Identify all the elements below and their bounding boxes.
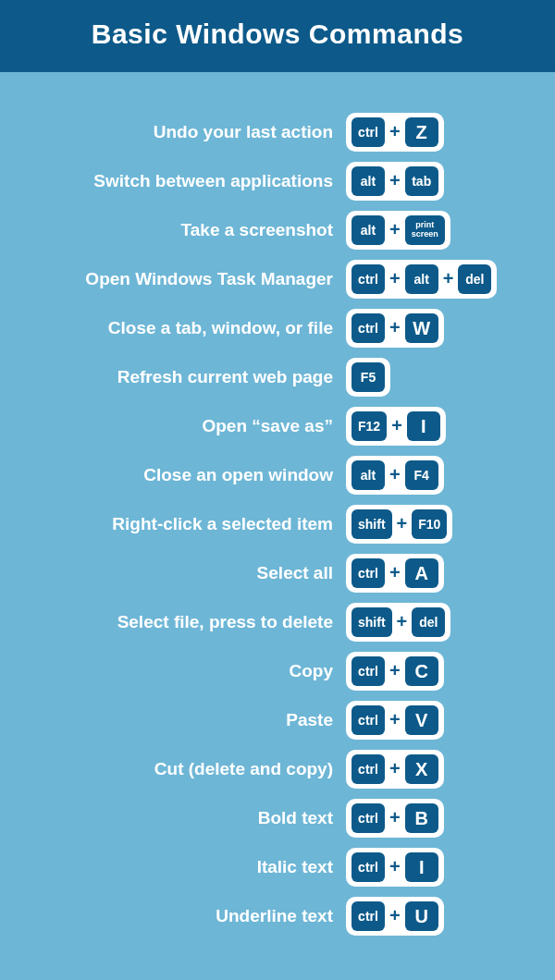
- plus-icon: +: [385, 709, 405, 730]
- header: Basic Windows Commands: [0, 0, 555, 72]
- shortcut-row: Select allctrl+A: [0, 548, 555, 597]
- keycap: del: [458, 264, 491, 294]
- keycap: tab: [405, 166, 438, 196]
- plus-icon: +: [392, 513, 413, 534]
- shortcut-label: Switch between applications: [0, 171, 346, 191]
- keycap: alt: [352, 215, 385, 245]
- shortcut-label: Select all: [0, 563, 346, 583]
- shortcut-row: Open Windows Task Managerctrl+alt+del: [0, 254, 555, 303]
- plus-icon: +: [385, 562, 405, 583]
- keycap: ctrl: [352, 754, 385, 784]
- shortcut-row: Copyctrl+C: [0, 646, 555, 695]
- shortcut-row: Switch between applicationsalt+tab: [0, 156, 555, 205]
- shortcut-label: Select file, press to delete: [0, 612, 346, 632]
- keycap: ctrl: [352, 705, 385, 735]
- plus-icon: +: [438, 268, 459, 289]
- shortcut-row: Right-click a selected itemshift+F10: [0, 499, 555, 548]
- shortcut-row: Pastectrl+V: [0, 695, 555, 744]
- shortcut-row: Cut (delete and copy)ctrl+X: [0, 744, 555, 793]
- shortcut-label: Open Windows Task Manager: [0, 269, 346, 289]
- keycap: ctrl: [352, 117, 385, 147]
- key-combo: ctrl+B: [346, 799, 444, 838]
- shortcut-row: Refresh current web pageF5: [0, 352, 555, 401]
- keycap: print screen: [405, 215, 445, 245]
- plus-icon: +: [385, 660, 405, 681]
- keycap: ctrl: [352, 313, 385, 343]
- plus-icon: +: [385, 758, 405, 779]
- key-combo: ctrl+Z: [346, 113, 444, 152]
- keycap: W: [405, 313, 438, 343]
- keycap: ctrl: [352, 558, 385, 588]
- keycap: ctrl: [352, 803, 385, 833]
- keycap: del: [412, 607, 445, 637]
- keycap: I: [407, 411, 440, 441]
- keycap: I: [405, 852, 438, 882]
- keycap: alt: [405, 264, 438, 294]
- shortcut-label: Take a screenshot: [0, 220, 346, 240]
- shortcut-row: Underline textctrl+U: [0, 891, 555, 940]
- shortcut-row: Close a tab, window, or filectrl+W: [0, 303, 555, 352]
- shortcut-row: Take a screenshotalt+print screen: [0, 205, 555, 254]
- keycap: U: [405, 901, 438, 931]
- shortcut-label: Italic text: [0, 857, 346, 877]
- keycap: Z: [405, 117, 438, 147]
- key-combo: alt+print screen: [346, 211, 450, 250]
- plus-icon: +: [385, 905, 405, 926]
- key-combo: ctrl+W: [346, 309, 444, 348]
- plus-icon: +: [385, 170, 405, 191]
- keycap: C: [405, 656, 438, 686]
- key-combo: alt+tab: [346, 162, 444, 201]
- shortcut-label: Refresh current web page: [0, 367, 346, 387]
- plus-icon: +: [385, 317, 405, 338]
- keycap: ctrl: [352, 656, 385, 686]
- shortcut-row: Undo your last actionctrl+Z: [0, 107, 555, 156]
- keycap: ctrl: [352, 852, 385, 882]
- shortcut-label: Open “save as”: [0, 416, 346, 436]
- shortcut-label: Paste: [0, 710, 346, 730]
- keycap: ctrl: [352, 264, 385, 294]
- plus-icon: +: [392, 611, 413, 632]
- shortcut-list: Undo your last actionctrl+ZSwitch betwee…: [0, 72, 555, 940]
- plus-icon: +: [387, 415, 407, 436]
- keycap: X: [405, 754, 438, 784]
- keycap: F12: [352, 411, 387, 441]
- shortcut-label: Bold text: [0, 808, 346, 828]
- shortcut-label: Undo your last action: [0, 122, 346, 142]
- key-combo: ctrl+X: [346, 750, 444, 789]
- key-combo: ctrl+A: [346, 554, 444, 593]
- keycap: F4: [405, 460, 438, 490]
- plus-icon: +: [385, 464, 405, 485]
- key-combo: ctrl+C: [346, 652, 444, 691]
- shortcut-label: Close an open window: [0, 465, 346, 485]
- keycap: F5: [352, 362, 385, 392]
- shortcut-row: Open “save as”F12+I: [0, 401, 555, 450]
- keycap: ctrl: [352, 901, 385, 931]
- keycap: A: [405, 558, 438, 588]
- plus-icon: +: [385, 807, 405, 828]
- plus-icon: +: [385, 121, 405, 142]
- key-combo: F12+I: [346, 407, 446, 446]
- keycap: shift: [352, 509, 392, 539]
- plus-icon: +: [385, 219, 405, 240]
- keycap: F10: [412, 509, 447, 539]
- shortcut-label: Copy: [0, 661, 346, 681]
- shortcut-row: Italic textctrl+I: [0, 842, 555, 891]
- key-combo: shift+F10: [346, 505, 452, 544]
- keycap: V: [405, 705, 438, 735]
- key-combo: ctrl+I: [346, 848, 444, 887]
- key-combo: ctrl+U: [346, 897, 444, 936]
- plus-icon: +: [385, 856, 405, 877]
- keycap: B: [405, 803, 438, 833]
- key-combo: F5: [346, 358, 390, 397]
- key-combo: alt+F4: [346, 456, 444, 495]
- shortcut-label: Cut (delete and copy): [0, 759, 346, 779]
- shortcut-row: Bold textctrl+B: [0, 793, 555, 842]
- plus-icon: +: [385, 268, 405, 289]
- shortcut-label: Underline text: [0, 906, 346, 926]
- keycap: alt: [352, 460, 385, 490]
- keycap: shift: [352, 607, 392, 637]
- page-title: Basic Windows Commands: [0, 18, 555, 50]
- key-combo: shift+del: [346, 603, 450, 642]
- shortcut-row: Select file, press to deleteshift+del: [0, 597, 555, 646]
- key-combo: ctrl+alt+del: [346, 260, 497, 299]
